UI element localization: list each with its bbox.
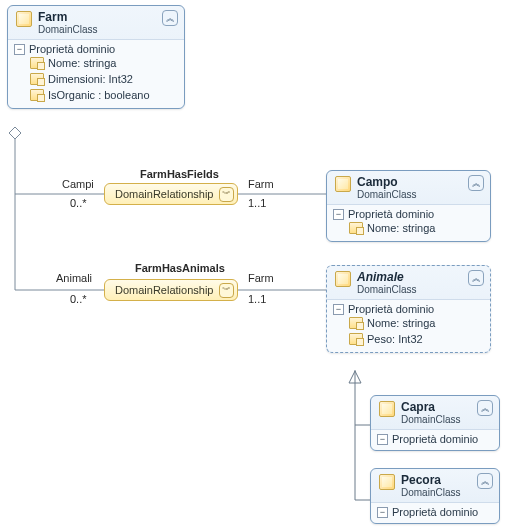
relationship-farmhasanimals[interactable]: DomainRelationship ︾	[104, 279, 238, 301]
collapse-section-icon[interactable]: −	[377, 507, 388, 518]
rel-mult-left: 0..*	[70, 197, 87, 209]
class-sub: DomainClass	[38, 24, 156, 35]
section-title: Proprietà dominio	[392, 433, 478, 445]
property-icon	[349, 333, 363, 345]
class-name: Campo	[357, 175, 462, 189]
class-sub: DomainClass	[357, 189, 462, 200]
expand-relationship-icon[interactable]: ︾	[219, 283, 234, 298]
class-sub: DomainClass	[401, 414, 471, 425]
relationship-farmhasfields[interactable]: DomainRelationship ︾	[104, 183, 238, 205]
class-sub: DomainClass	[357, 284, 462, 295]
collapse-class-icon[interactable]: ︽	[477, 400, 493, 416]
section-title: Proprietà dominio	[392, 506, 478, 518]
collapse-section-icon[interactable]: −	[333, 209, 344, 220]
section-title: Proprietà dominio	[29, 43, 115, 55]
property-label: Nome: stringa	[48, 57, 116, 69]
class-farm[interactable]: Farm DomainClass ︽ − Proprietà dominio N…	[7, 5, 185, 109]
class-animale[interactable]: Animale DomainClass ︽ − Proprietà domini…	[326, 265, 491, 353]
collapse-class-icon[interactable]: ︽	[162, 10, 178, 26]
collapse-section-icon[interactable]: −	[333, 304, 344, 315]
expand-relationship-icon[interactable]: ︾	[219, 187, 234, 202]
class-icon	[379, 474, 395, 490]
property-label: IsOrganic : booleano	[48, 89, 150, 101]
rel-role-right: Farm	[248, 178, 274, 190]
class-name: Farm	[38, 10, 156, 24]
rel-role-left: Campi	[62, 178, 94, 190]
property-icon	[30, 89, 44, 101]
property-label: Peso: Int32	[367, 333, 423, 345]
rel-mult-left: 0..*	[70, 293, 87, 305]
collapse-class-icon[interactable]: ︽	[468, 175, 484, 191]
relationship-body: DomainRelationship	[115, 188, 213, 200]
class-icon	[335, 271, 351, 287]
relationship-body: DomainRelationship	[115, 284, 213, 296]
class-icon	[16, 11, 32, 27]
class-icon	[379, 401, 395, 417]
class-name: Capra	[401, 400, 471, 414]
collapse-section-icon[interactable]: −	[14, 44, 25, 55]
rel-mult-right: 1..1	[248, 197, 266, 209]
collapse-section-icon[interactable]: −	[377, 434, 388, 445]
class-name: Animale	[357, 270, 462, 284]
section-title: Proprietà dominio	[348, 208, 434, 220]
property-icon	[349, 317, 363, 329]
rel-mult-right: 1..1	[248, 293, 266, 305]
property-icon	[30, 73, 44, 85]
collapse-class-icon[interactable]: ︽	[477, 473, 493, 489]
class-sub: DomainClass	[401, 487, 471, 498]
class-pecora[interactable]: Pecora DomainClass ︽ − Proprietà dominio	[370, 468, 500, 524]
class-icon	[335, 176, 351, 192]
class-campo[interactable]: Campo DomainClass ︽ − Proprietà dominio …	[326, 170, 491, 242]
section-title: Proprietà dominio	[348, 303, 434, 315]
rel-title: FarmHasFields	[140, 168, 219, 180]
property-icon	[349, 222, 363, 234]
rel-role-right: Farm	[248, 272, 274, 284]
property-label: Nome: stringa	[367, 222, 435, 234]
property-label: Nome: stringa	[367, 317, 435, 329]
class-capra[interactable]: Capra DomainClass ︽ − Proprietà dominio	[370, 395, 500, 451]
rel-title: FarmHasAnimals	[135, 262, 225, 274]
rel-role-left: Animali	[56, 272, 92, 284]
collapse-class-icon[interactable]: ︽	[468, 270, 484, 286]
class-name: Pecora	[401, 473, 471, 487]
property-icon	[30, 57, 44, 69]
property-label: Dimensioni: Int32	[48, 73, 133, 85]
